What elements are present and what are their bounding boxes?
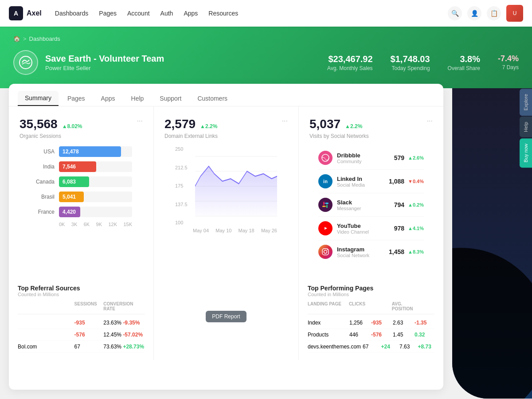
bar-axis: 0K 3K 6K 9K 12K 15K [30,222,132,227]
linkedin-icon: in [318,174,332,188]
brand-icon: A [9,6,23,20]
metric-domain: ··· 2,579 ▲2.2% Domain External Links 10… [154,106,298,278]
referral-row-2: -576 12.45% -57.02% [18,329,145,341]
notifications-button[interactable]: 👤 [467,6,481,20]
bar-canada: Canada 6,083 [30,176,132,187]
main-wrapper: Summary Pages Apps Help Support Customer… [0,88,532,399]
buy-button[interactable]: Buy now [520,138,532,168]
performing-header: LANDING PAGE CLICKS AVG. POSITION [308,301,434,314]
nav-auth[interactable]: Auth [160,10,173,17]
brand-name: Axel [27,9,42,17]
bottom-row: Top Referral Sources Counted in Millions… [9,278,443,360]
tab-pages[interactable]: Pages [60,91,92,106]
line-chart: 100 137.5 175 212.5 250 [164,139,288,240]
home-icon: 🏠 [13,35,20,42]
referral-header: SESSIONS CONVERSION RATE [18,301,145,314]
hero-stat-spending: $1,748.03 Today Spending [391,54,430,71]
bar-brasil: Brasil 5,041 [30,192,132,202]
social-instagram: Instagram Social Network 1,458 ▲8.3% [318,240,424,263]
social-badge: ▲2.2% [345,123,362,129]
nav-dashboards[interactable]: Dashboards [55,10,89,17]
svg-rect-12 [325,206,326,207]
pdf-report-button[interactable]: PDF Report [206,311,246,322]
stat-7days-value: -7.4% [498,54,519,63]
explore-button[interactable]: Explore [520,89,532,116]
nav-pages[interactable]: Pages [99,10,117,17]
domain-label: Domain External Links [164,133,288,139]
referral-sub: Counted in Millions [18,292,145,297]
nav-account[interactable]: Account [127,10,150,17]
svg-rect-7 [323,202,325,205]
tabs-bar: Summary Pages Apps Help Support Customer… [9,84,443,106]
referral-card: Top Referral Sources Counted in Millions… [9,278,153,360]
svg-rect-9 [326,205,328,208]
search-button[interactable]: 🔍 [448,6,462,20]
user-avatar[interactable]: U [506,5,523,22]
org-name: Save Earth - Volunteer Team [45,54,164,64]
performing-sub: Counted in Millions [308,292,434,297]
metric-organic-more[interactable]: ··· [137,117,143,125]
youtube-icon [318,221,332,235]
svg-rect-13 [325,203,329,204]
navbar-right: 🔍 👤 📋 U [448,5,523,22]
hero-stats: $23,467.92 Avg. Monthly Sales $1,748.03 … [327,54,519,71]
metric-social: ··· 5,037 ▲2.2% Visits by Social Network… [299,106,443,278]
stat-spending-value: $1,748.03 [391,54,430,64]
breadcrumb-current: Dashboards [29,35,60,42]
svg-rect-14 [325,203,325,204]
org-logo [13,50,38,75]
stat-monthly-value: $23,467.92 [327,54,373,64]
tab-customers[interactable]: Customers [190,91,235,106]
bar-usa: USA 12,478 [30,146,132,157]
social-label: Visits by Social Networks [309,133,433,139]
domain-badge: ▲2.2% [200,123,217,129]
breadcrumb: 🏠 > Dashboards [13,35,519,42]
referral-title: Top Referral Sources [18,285,145,292]
tab-apps[interactable]: Apps [94,91,122,106]
dribbble-icon [318,151,332,165]
hero-banner: 🏠 > Dashboards Save Earth - Volunteer Te… [0,27,532,88]
performing-card: Top Performing Pages Counted in Millions… [299,278,443,360]
social-dribbble: Dribbble Community 579 ▲2.6% [318,146,424,170]
svg-point-6 [322,154,329,161]
organic-value: 35,568 [20,117,58,131]
social-linkedin: in Linked In Social Media 1,088 ▼0.4% [318,170,424,193]
social-value: 5,037 [309,117,340,131]
bar-india: India 7,546 [30,161,132,172]
svg-rect-10 [326,204,328,205]
svg-point-19 [327,250,328,250]
performing-title: Top Performing Pages [308,285,434,292]
metric-organic: ··· 35,568 ▲8.02% Organic Sessions USA 1… [9,106,153,278]
nav-resources[interactable]: Resources [208,10,238,17]
performing-row-2: Products 446 -576 1.45 0.32 [308,329,434,341]
metric-domain-more[interactable]: ··· [282,117,288,125]
settings-button[interactable]: 📋 [487,6,501,20]
help-button[interactable]: Help [520,117,532,137]
navbar: A Axel Dashboards Pages Account Auth App… [0,0,532,27]
performing-row-1: Index 1,256 -935 2.63 -1.35 [308,317,434,329]
referral-row-1: -935 23.63% -9.35% [18,317,145,329]
hero-stat-share: 3.8% Overall Share [448,54,480,71]
instagram-icon [318,245,332,259]
main-nav: Dashboards Pages Account Auth Apps Resou… [55,9,448,17]
bar-chart: USA 12,478 India 7,546 Canada [20,139,143,234]
stat-share-value: 3.8% [448,54,480,64]
domain-value: 2,579 [164,117,196,131]
svg-rect-11 [322,206,325,207]
performing-row-3: devs.keenthemes.com 67 +24 7.63 +8.73 [308,341,434,353]
brand[interactable]: A Axel [9,6,42,20]
org-info: Save Earth - Volunteer Team Power Elite … [45,54,164,71]
social-youtube: YouTube Video Channel 978 ▲4.1% [318,217,424,240]
social-list: Dribbble Community 579 ▲2.6% in Linked I… [309,139,433,270]
referral-row-3: Bol.com 67 73.63% +28.73% [18,341,145,353]
tab-help[interactable]: Help [124,91,151,106]
organic-badge: ▲8.02% [62,123,82,129]
nav-apps[interactable]: Apps [184,10,198,17]
tab-summary[interactable]: Summary [18,91,59,106]
metric-social-more[interactable]: ··· [427,117,433,125]
bar-france: France 4,420 [30,207,132,217]
tab-support[interactable]: Support [153,91,188,106]
hero-stat-monthly: $23,467.92 Avg. Monthly Sales [327,54,373,71]
social-slack: Slack Messanger 794 ▲0.2% [318,193,424,217]
organic-label: Organic Sessions [20,133,143,139]
